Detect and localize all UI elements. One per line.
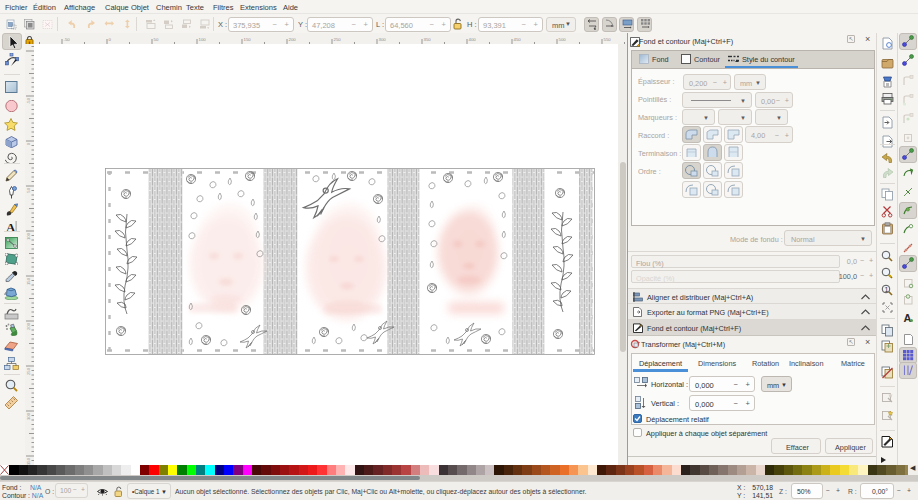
svg-text:150: 150: [244, 37, 252, 42]
svg-text:500: 500: [559, 37, 567, 42]
svg-text:50: 50: [154, 37, 159, 42]
svg-text:300: 300: [379, 37, 387, 42]
svg-text:200: 200: [289, 37, 297, 42]
svg-text:350: 350: [26, 457, 31, 465]
svg-text:400: 400: [469, 37, 477, 42]
svg-text:0: 0: [109, 37, 112, 42]
svg-text:150: 150: [26, 277, 31, 285]
svg-text:A: A: [904, 312, 912, 324]
svg-text:1: 1: [885, 286, 889, 293]
svg-text:-50: -50: [26, 97, 31, 104]
svg-text:300: 300: [26, 412, 31, 420]
svg-text:100: 100: [26, 232, 31, 240]
svg-text:550: 550: [604, 37, 612, 42]
svg-text:350: 350: [424, 37, 432, 42]
svg-text:200: 200: [26, 322, 31, 330]
svg-text:450: 450: [514, 37, 522, 42]
svg-text:250: 250: [334, 37, 342, 42]
svg-text:100: 100: [199, 37, 207, 42]
svg-text:-50: -50: [64, 37, 71, 42]
svg-text:50: 50: [26, 187, 31, 192]
svg-text:250: 250: [26, 367, 31, 375]
svg-text:0: 0: [26, 142, 31, 145]
